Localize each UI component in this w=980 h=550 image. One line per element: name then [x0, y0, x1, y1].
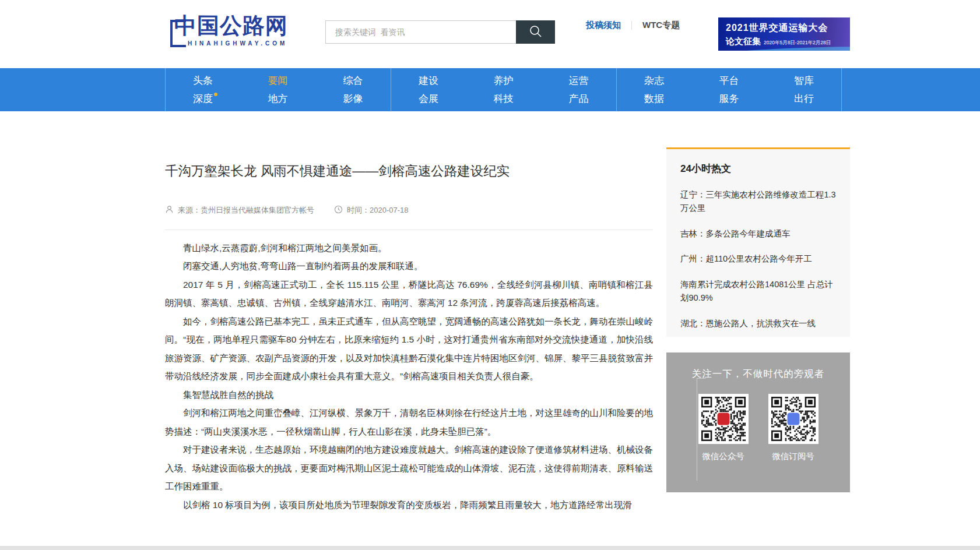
user-icon: [165, 205, 174, 216]
list-item: 海南累计完成农村公路14081公里 占总计划90.9%: [680, 278, 836, 305]
search-button[interactable]: [516, 20, 555, 44]
article-paragraph: 剑河和榕江两地之间重峦叠嶂、江河纵横、景象万千，清朝名臣林则徐在行经这片土地，对…: [165, 404, 653, 440]
article-source: 来源：贵州日报当代融媒体集团官方帐号: [165, 205, 334, 216]
nav-column-comprehensive: 综合 影像: [315, 68, 391, 111]
banner-date: 2020年5月8日-2021年2月28日: [764, 40, 831, 47]
page: 中国公路网 HINAHIGHWAY.COM 投稿须知 WTC专题 2021世界交…: [0, 0, 980, 550]
article-divider: [165, 230, 653, 230]
hot-article-link[interactable]: 吉林：多条公路今年建成通车: [680, 229, 791, 238]
banner-subtitle: 论文征集 2020年5月8日-2021年2月28日: [726, 36, 850, 47]
header-links: 投稿须知 WTC专题: [586, 19, 680, 31]
hot-articles-box: 24小时热文 辽宁：三年实施农村公路维修改造工程1.3万公里 吉林：多条公路今年…: [666, 147, 850, 337]
nav-column-operation: 运营 产品: [541, 68, 616, 111]
article-paragraph: 集智慧战胜自然的挑战: [165, 386, 653, 404]
hot-articles-title: 24小时热文: [680, 162, 836, 175]
nav-column-magazine: 杂志 数据: [616, 68, 691, 111]
logo-subtitle: HINAHIGHWAY.COM: [188, 40, 333, 47]
article-meta: 来源：贵州日报当代融媒体集团官方帐号 时间：2020-07-18: [165, 205, 653, 216]
clock-icon: [334, 205, 343, 216]
nav-item-key-news[interactable]: 要闻: [268, 76, 288, 87]
hot-article-link[interactable]: 海南累计完成农村公路14081公里 占总计划90.9%: [680, 280, 833, 302]
nav-item-comprehensive[interactable]: 综合: [343, 76, 363, 87]
wechat-subscription-account: 微信订阅号: [768, 394, 819, 462]
qr-code-label: 微信订阅号: [768, 451, 819, 462]
nav-item-maintenance[interactable]: 养护: [494, 76, 514, 87]
list-item: 广州：超110公里农村公路今年开工: [680, 252, 836, 266]
nav-item-travel[interactable]: 出行: [794, 94, 814, 105]
new-dot-icon: [214, 93, 217, 96]
corner-line-decoration: [697, 378, 706, 481]
qr-code-icon: [771, 397, 816, 441]
link-submission-notice[interactable]: 投稿须知: [586, 20, 621, 31]
nav-item-platform[interactable]: 平台: [719, 76, 739, 87]
nav-item-depth[interactable]: 深度: [193, 94, 213, 105]
article-paragraph: 对于建设者来说，生态越原始，环境越幽闭的地方建设难度就越大。剑榕高速的建设除了便…: [165, 440, 653, 496]
main-nav-inner: 头条 深度 要闻 地方 综合 影像 建设 会展 养护 科技 运营 产品: [165, 68, 842, 111]
article-paragraph: 青山绿水,云蒸霞蔚,剑河和榕江两地之间美景如画。: [165, 239, 653, 258]
site-header: 中国公路网 HINAHIGHWAY.COM 投稿须知 WTC专题 2021世界交…: [0, 0, 980, 68]
article: 千沟万壑架长龙 风雨不惧建通途——剑榕高速公路建设纪实 来源：贵州日报当代融媒体…: [165, 149, 653, 514]
list-item: 辽宁：三年实施农村公路维修改造工程1.3万公里: [680, 188, 836, 216]
article-paragraph: 2017 年 5 月，剑榕高速正式动工，全长 115.115 公里，桥隧比高达 …: [165, 276, 653, 312]
nav-column-construction: 建设 会展: [391, 68, 466, 111]
banner-title: 2021世界交通运输大会: [726, 22, 850, 34]
nav-column-thinktank: 智库 出行: [767, 68, 842, 111]
hot-article-link[interactable]: 辽宁：三年实施农村公路维修改造工程1.3万公里: [680, 190, 836, 213]
nav-item-services[interactable]: 服务: [719, 94, 739, 105]
qr-code-frame: [768, 394, 819, 444]
nav-item-thinktank[interactable]: 智库: [794, 76, 814, 87]
article-paragraph: 如今，剑榕高速公路已基本完工，虽未正式通车，但从高空眺望，宽阔通畅的高速公路犹如…: [165, 312, 653, 386]
list-item: 湖北：恩施公路人，抗洪救灾在一线: [680, 317, 836, 330]
link-wtc-special[interactable]: WTC专题: [642, 20, 680, 31]
nav-item-construction[interactable]: 建设: [419, 76, 438, 87]
nav-column-headlines: 头条 深度: [165, 68, 240, 111]
nav-item-operation[interactable]: 运营: [569, 76, 589, 87]
qr-code-icon: [701, 397, 746, 441]
nav-column-maintenance: 养护 科技: [466, 68, 541, 111]
main-nav: 头条 深度 要闻 地方 综合 影像 建设 会展 养护 科技 运营 产品: [0, 68, 980, 111]
nav-item-technology[interactable]: 科技: [494, 94, 514, 105]
article-title: 千沟万壑架长龙 风雨不惧建通途——剑榕高速公路建设纪实: [165, 162, 653, 181]
nav-item-magazine[interactable]: 杂志: [644, 76, 664, 87]
banner-subtitle-text: 论文征集: [726, 36, 761, 47]
wechat-follow-box: 关注一下，不做时代的旁观者 微信公众号 微信订阅号: [666, 352, 850, 492]
search-bar: [325, 20, 555, 44]
site-logo[interactable]: 中国公路网 HINAHIGHWAY.COM: [164, 13, 333, 57]
nav-column-news: 要闻 地方: [240, 68, 315, 111]
list-item: 吉林：多条公路今年建成通车: [680, 227, 836, 241]
nav-column-platform: 平台 服务: [691, 68, 767, 111]
hot-article-link[interactable]: 湖北：恩施公路人，抗洪救灾在一线: [680, 319, 816, 328]
nav-item-headlines[interactable]: 头条: [193, 76, 213, 87]
nav-item-products[interactable]: 产品: [569, 94, 589, 105]
nav-item-local[interactable]: 地方: [268, 94, 288, 105]
page-bottom-strip: [0, 546, 980, 550]
article-body: 青山绿水,云蒸霞蔚,剑河和榕江两地之间美景如画。 闭塞交通,人穷地贫,弯弯山路一…: [165, 239, 653, 514]
logo-title: 中国公路网: [174, 13, 333, 40]
qr-code-row: 微信公众号 微信订阅号: [666, 394, 850, 462]
article-paragraph: 以剑榕 10 标项目为例，该项目所处地质为节理裂隙发育的变质板岩，降雨频繁且雨量…: [165, 496, 653, 514]
header-links-divider: [631, 21, 632, 30]
search-icon: [528, 24, 543, 41]
wtc-banner-ad[interactable]: 2021世界交通运输大会 论文征集 2020年5月8日-2021年2月28日: [718, 17, 850, 51]
nav-item-exhibition[interactable]: 会展: [419, 94, 438, 105]
nav-item-images[interactable]: 影像: [343, 94, 363, 105]
follow-box-title: 关注一下，不做时代的旁观者: [666, 368, 850, 380]
hot-articles-list: 辽宁：三年实施农村公路维修改造工程1.3万公里 吉林：多条公路今年建成通车 广州…: [680, 188, 836, 330]
article-time: 时间：2020-07-18: [334, 205, 409, 216]
search-input[interactable]: [325, 20, 516, 44]
nav-item-data[interactable]: 数据: [644, 94, 664, 105]
hot-article-link[interactable]: 广州：超110公里农村公路今年开工: [680, 254, 812, 263]
article-paragraph: 闭塞交通,人穷地贫,弯弯山路一直制约着两县的发展和联通。: [165, 257, 653, 276]
